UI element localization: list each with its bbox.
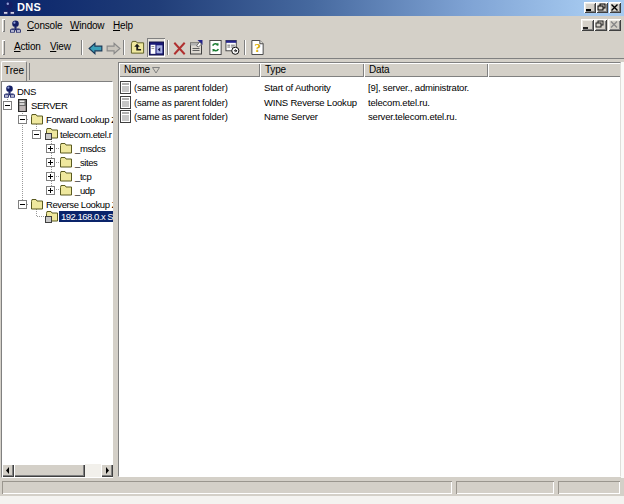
svg-text:?: ?	[254, 40, 261, 55]
